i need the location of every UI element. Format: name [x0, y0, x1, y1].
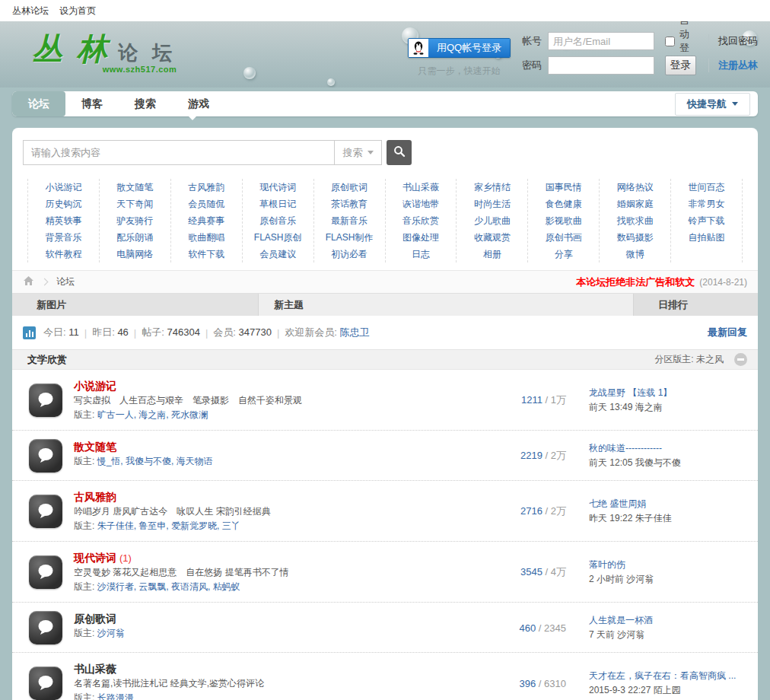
category-link[interactable]: 音乐欣赏: [386, 212, 457, 229]
forum-chat-bubble-icon[interactable]: [29, 611, 62, 644]
forum-mods-links[interactable]: 沙河翁: [97, 628, 125, 638]
last-post-title[interactable]: 落叶的伤: [589, 558, 747, 572]
category-link[interactable]: 分享: [528, 246, 599, 262]
password-input[interactable]: [548, 56, 654, 75]
category-link[interactable]: 古风雅韵: [171, 179, 242, 196]
forum-title[interactable]: 原创歌词: [74, 612, 116, 625]
category-link[interactable]: 背景音乐: [28, 229, 99, 246]
collapse-section-button[interactable]: [734, 353, 747, 366]
breadcrumb-forum-link[interactable]: 论坛: [56, 275, 75, 288]
category-link[interactable]: 原创音乐: [243, 212, 313, 229]
category-link[interactable]: 国事民情: [528, 179, 599, 196]
qq-login-button[interactable]: 用QQ帐号登录: [408, 38, 511, 58]
category-link[interactable]: 日志: [386, 246, 457, 262]
category-link[interactable]: FLASH原创: [243, 229, 313, 246]
category-link[interactable]: 数码摄影: [600, 229, 670, 246]
category-link[interactable]: 散文随笔: [100, 179, 170, 196]
search-button[interactable]: [387, 140, 412, 165]
latest-reply-link[interactable]: 最新回复: [708, 326, 747, 339]
nav-tab-blog[interactable]: 博客: [65, 91, 119, 116]
category-link[interactable]: 书山采薇: [386, 179, 457, 196]
tab-new-topics[interactable]: 新主题: [259, 294, 633, 316]
category-link[interactable]: 少儿歌曲: [457, 212, 527, 229]
category-link[interactable]: 网络热议: [600, 179, 670, 196]
category-link[interactable]: 精英轶事: [28, 212, 99, 229]
quick-nav-button[interactable]: 快捷导航: [675, 93, 750, 116]
category-link[interactable]: 会员建议: [243, 246, 313, 262]
nav-tab-game[interactable]: 游戏: [172, 91, 225, 116]
category-link[interactable]: 经典赛事: [171, 212, 242, 229]
last-post-title[interactable]: 天才在左，疯子在右：看高智商疯 ...: [589, 669, 747, 683]
nav-tab-search[interactable]: 搜索: [119, 91, 172, 116]
forum-mods-links[interactable]: 朱子佳佳, 鲁至申, 爱新觉罗晓, 三丫: [97, 520, 240, 531]
site-logo[interactable]: 丛 林 论 坛 www.szh517.com: [32, 33, 177, 74]
tab-new-images[interactable]: 新图片: [12, 294, 259, 316]
category-link[interactable]: 诙谐地带: [386, 196, 457, 212]
category-link[interactable]: 婚姻家庭: [600, 196, 670, 212]
home-icon[interactable]: [23, 275, 34, 288]
category-link[interactable]: 茶话教育: [314, 196, 385, 212]
forum-chat-bubble-icon[interactable]: [29, 495, 62, 528]
category-link[interactable]: 驴友骑行: [100, 212, 170, 229]
category-link[interactable]: FLASH制作: [314, 229, 385, 246]
forum-chat-bubble-icon[interactable]: [29, 667, 62, 700]
category-link[interactable]: 图像处理: [386, 229, 457, 246]
category-link[interactable]: 家乡情结: [457, 179, 527, 196]
category-link[interactable]: 会员随侃: [171, 196, 242, 212]
forum-title[interactable]: 散文随笔: [74, 441, 116, 453]
find-password-link[interactable]: 找回密码: [708, 34, 758, 48]
search-input[interactable]: [23, 140, 335, 165]
category-link[interactable]: 原创书画: [528, 229, 599, 246]
category-link[interactable]: 软件教程: [28, 246, 99, 262]
category-link[interactable]: 历史钩沉: [28, 196, 99, 212]
category-link[interactable]: 初访必看: [314, 246, 385, 262]
last-post-title[interactable]: 秋的味道------------: [589, 441, 747, 456]
category-link[interactable]: 时尚生活: [457, 196, 527, 212]
category-link[interactable]: 最新音乐: [314, 212, 385, 229]
last-post-title[interactable]: 人生就是一杯酒: [589, 613, 747, 628]
category-link[interactable]: 现代诗词: [243, 179, 313, 196]
forum-chat-bubble-icon[interactable]: [29, 383, 62, 417]
site-name-link[interactable]: 丛林论坛: [12, 5, 49, 18]
category-link[interactable]: 自拍贴图: [671, 229, 742, 246]
forum-mods-links[interactable]: 沙漠行者, 云飘飘, 夜语清风, 粘蚂蚁: [97, 581, 240, 592]
category-link[interactable]: 电脑网络: [100, 246, 170, 262]
category-link[interactable]: 小说游记: [28, 179, 99, 196]
category-link[interactable]: 原创歌词: [314, 179, 385, 196]
category-link[interactable]: 找歌求曲: [600, 212, 670, 229]
category-link[interactable]: 微博: [600, 246, 670, 262]
forum-title[interactable]: 书山采薇: [74, 663, 116, 675]
category-link[interactable]: 配乐朗诵: [100, 229, 170, 246]
forum-chat-bubble-icon[interactable]: [29, 555, 62, 589]
auto-login-checkbox[interactable]: [665, 37, 675, 46]
new-member-link[interactable]: 陈忠卫: [340, 326, 370, 338]
login-button[interactable]: 登录: [665, 56, 696, 75]
category-link[interactable]: 相册: [457, 246, 527, 262]
category-link[interactable]: 食色健康: [528, 196, 599, 212]
forum-mods-links[interactable]: 长路漫漫: [97, 692, 134, 700]
category-link[interactable]: 非常男女: [671, 196, 742, 212]
account-input[interactable]: [548, 32, 654, 50]
forum-title[interactable]: 现代诗词: [74, 552, 116, 564]
last-post-title[interactable]: 龙战星野 【连载 1】: [589, 386, 747, 400]
category-link[interactable]: 影视歌曲: [528, 212, 599, 229]
forum-chat-bubble-icon[interactable]: [29, 439, 62, 473]
set-homepage-link[interactable]: 设为首页: [59, 5, 96, 18]
search-scope-select[interactable]: 搜索: [335, 140, 382, 165]
forum-mods-links[interactable]: 旷古一人, 海之南, 死水微澜: [97, 409, 208, 420]
tab-daily-rank[interactable]: 日排行: [633, 294, 758, 316]
category-link[interactable]: 歌曲翻唱: [171, 229, 242, 246]
forum-title[interactable]: 古风雅韵: [74, 491, 116, 503]
nav-tab-forum[interactable]: 论坛: [12, 91, 65, 116]
section-moderator-link[interactable]: 未之风: [696, 354, 724, 364]
category-link[interactable]: 天下奇闻: [100, 196, 170, 212]
category-link[interactable]: 软件下载: [171, 246, 242, 262]
category-link[interactable]: 世间百态: [671, 179, 742, 196]
category-link[interactable]: 草根日记: [243, 196, 313, 212]
forum-title[interactable]: 小说游记: [74, 380, 116, 392]
last-post-title[interactable]: 七绝 盛世周娟: [589, 497, 747, 511]
category-link[interactable]: 铃声下载: [671, 212, 742, 229]
register-link[interactable]: 注册丛林: [708, 59, 758, 72]
forum-mods-links[interactable]: 慢_悟, 我傻与不傻, 海天物语: [97, 456, 213, 466]
category-link[interactable]: 收藏观赏: [457, 229, 527, 246]
